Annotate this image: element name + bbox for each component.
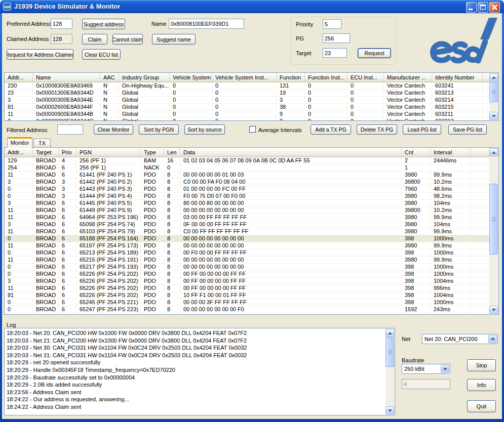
add-tx-pg-button[interactable]: Add a TX PG [311,124,351,135]
tab-tx[interactable]: TX [33,139,51,147]
info-button[interactable]: Info [467,379,496,391]
scroll-down-button[interactable] [385,406,394,414]
request-for-address-claimed-button[interactable]: Request for Address Claimed [7,49,73,60]
table-cell: 6 [59,207,76,214]
column-header-target[interactable]: Target [33,148,59,157]
net-dropdown[interactable]: Net 20: CAN_PCI200 [422,334,498,344]
scrollbar-thumb[interactable] [385,337,394,367]
target-input[interactable] [323,48,347,58]
table-row[interactable]: 11BROAD664964 (PF 253 PS 196)PDO803 00 0… [5,214,498,221]
column-header-addr[interactable]: Addr... [5,73,33,82]
column-header-function[interactable]: Function [277,73,305,82]
clear-ecu-list-button[interactable]: Clear ECU list [82,49,121,60]
table-row[interactable]: 0BROAD665188 (PF 254 PS 164)PDO800 00 00… [5,235,498,242]
column-header-cnt[interactable]: Cnt [402,148,431,157]
claim-button[interactable]: Claim [82,34,107,45]
close-button[interactable] [489,2,500,13]
table-row[interactable]: 81BROAD665226 (PF 254 PS 202)PDO810 FF F… [5,292,498,299]
pg-input[interactable] [323,33,350,43]
filtered-address-input[interactable] [57,124,83,135]
column-header-function-inst[interactable]: Function Inst... [305,73,347,82]
load-pg-list-button[interactable]: Load PG list [403,124,441,135]
column-header-identity-number[interactable]: Identity Number [432,73,483,82]
table-row[interactable]: 0BROAD665217 (PF 254 PS 193)PDO800 00 00… [5,264,498,271]
suggest-address-button[interactable]: Suggest address [82,19,125,29]
table-row[interactable]: 30x00000300E8A9344ENGlobal00300Vector Ca… [5,97,498,104]
column-header-aac[interactable]: AAC [100,73,119,82]
priority-input[interactable] [323,19,341,29]
table-row[interactable]: 2300x10008300E8A93469NOn-Highway Equ...0… [5,82,498,90]
log-box[interactable]: 18:20:03 - Net 20: CAN_PCI200 HW 0x1000 … [4,328,395,415]
scroll-up-button[interactable] [489,148,498,156]
table-cell: 6 [59,200,76,206]
table-cell: 10.2ms [431,207,471,214]
preferred-address-input[interactable] [51,19,72,29]
scroll-down-button[interactable] [489,112,498,120]
table-row[interactable]: 0BROAD665247 (PF 254 PS 223)PDO800 00 00… [5,306,498,313]
name-input[interactable] [169,19,244,29]
table-row[interactable]: 3BROAD661445 (PF 240 PS 5)PDO880 00 00 8… [5,200,498,207]
table-row[interactable]: 11BROAD661449 (PF 240 PS 9)PDO800 00 00 … [5,207,498,214]
table-row[interactable]: 254BROAD6256 (PF 1)NACK01 [5,164,498,172]
request-button[interactable]: Request [358,48,391,58]
tab-monitor[interactable]: Monitor [7,137,32,148]
table-row[interactable]: 11BROAD661441 (PF 240 PS 1)PDO800 00 00 … [5,172,498,179]
table-row[interactable]: 00x00000000E8A9344CNGlobal00000Vector Ca… [5,118,498,121]
stop-button[interactable]: Stop [467,359,496,371]
column-header-vehicle-system[interactable]: Vehicle System [170,73,212,82]
column-header-type[interactable]: Type [141,148,164,157]
table-row[interactable]: 11BROAD665226 (PF 254 PS 202)PDO800 FF 0… [5,285,498,292]
title-bar[interactable]: esd J1939 Device Simulator & Monitor [0,0,504,13]
column-header-industry-group[interactable]: Industry Group [119,73,170,82]
clear-monitor-button[interactable]: Clear Monitor [94,124,133,135]
table-row[interactable]: 129BROAD4256 (PF 1)BAM1601 02 03 04 05 0… [5,157,498,164]
scroll-up-button[interactable] [385,329,394,337]
table-row[interactable]: 11BROAD665103 (PF 254 PS 79)PDO8C0 00 FF… [5,228,498,235]
table-row[interactable]: 3BROAD665226 (PF 254 PS 202)PDO800 FF 00… [5,278,498,285]
column-header-vehicle-system-inst[interactable]: Vehicle System Inst... [212,73,277,82]
dropdown-button[interactable] [488,335,497,343]
table-row[interactable]: 3BROAD665098 (PF 254 PS 74)PDO80F 00 00 … [5,221,498,228]
table-row[interactable]: 0BROAD665245 (PF 254 PS 221)PDO800 00 00… [5,299,498,306]
quit-button[interactable]: Quit [467,400,496,412]
baudrate-dropdown[interactable]: 250 kBit [402,364,450,374]
ecu-vertical-scrollbar[interactable] [489,73,498,120]
scrollbar-thumb[interactable] [489,184,498,255]
table-row[interactable]: 11BROAD665197 (PF 254 PS 173)PDO800 00 0… [5,242,498,249]
log-vertical-scrollbar[interactable] [385,329,394,414]
maximize-button[interactable] [478,2,488,13]
column-header-len[interactable]: Len [164,148,180,157]
suggest-name-button[interactable]: Suggest name [152,34,196,45]
column-header-addr[interactable]: Addr... [5,148,33,157]
column-header-manufacturer[interactable]: Manufacturer ... [384,73,432,82]
monitor-vertical-scrollbar[interactable] [489,148,498,314]
save-pg-list-button[interactable]: Save PG list [448,124,487,135]
column-header-pgn[interactable]: PGN [76,148,141,157]
table-row[interactable]: 110x00000900E8A9344BNGlobal00900Vector C… [5,111,498,118]
table-row[interactable]: 230x00001300E8A9344DNGlobal001900Vector … [5,90,498,97]
column-header-ecu-inst[interactable]: ECU Inst... [347,73,384,82]
table-row[interactable]: 0BROAD665213 (PF 254 PS 189)PDO800 F0 00… [5,249,498,257]
table-row[interactable]: 0BROAD665226 (PF 254 PS 202)PDO800 FF 00… [5,271,498,278]
table-row[interactable]: 810x00002600E8A9344FNGlobal003800Vector … [5,104,498,111]
sort-by-source-button[interactable]: Sort by source [184,124,225,135]
table-row[interactable]: 11BROAD665215 (PF 254 PS 191)PDO800 00 0… [5,257,498,264]
column-header-name[interactable]: Name [33,73,100,82]
sort-by-pgn-button[interactable]: Sort by PGN [139,124,179,135]
dropdown-button[interactable] [441,365,449,373]
table-cell: 3 [5,97,33,103]
average-intervals-checkbox[interactable] [249,126,256,133]
column-header-interval[interactable]: Interval [431,148,471,157]
scroll-up-button[interactable] [489,73,498,81]
table-row[interactable]: 0BROAD361444 (PF 240 PS 4)PDO8F0 00 75 D… [5,193,498,200]
table-row[interactable]: 0BROAD361443 (PF 240 PS 3)PDO801 00 00 0… [5,186,498,193]
minimize-button[interactable] [466,2,477,13]
scrollbar-thumb[interactable] [489,82,498,102]
table-row[interactable]: 3BROAD361442 (PF 240 PS 2)PDO8C0 00 00 F… [5,179,498,186]
column-header-prio[interactable]: Prio [59,148,76,157]
app-icon[interactable]: esd [3,3,11,11]
delete-tx-pg-button[interactable]: Delete TX PG [357,124,397,135]
scroll-down-button[interactable] [489,306,498,314]
column-header-data[interactable]: Data [180,148,402,157]
cannot-claim-button[interactable]: Cannot claim [112,34,143,45]
